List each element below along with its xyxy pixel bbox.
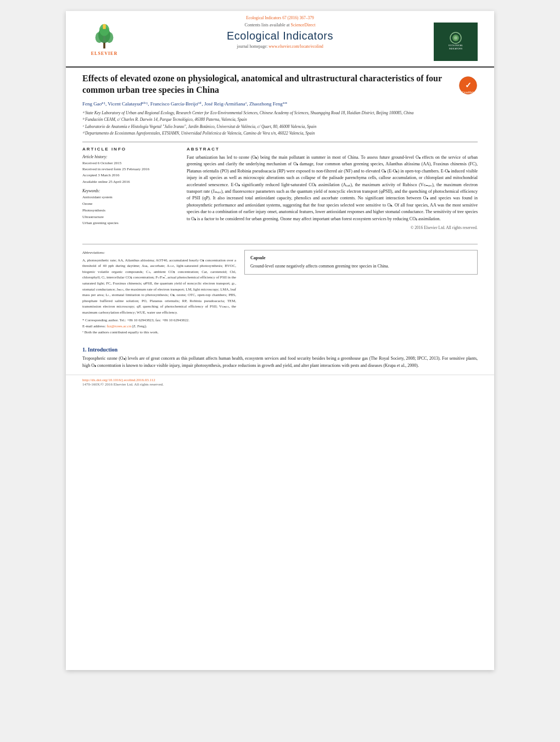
accepted-date: Accepted 3 March 2016 [82, 172, 176, 178]
affiliation-c: ᶜ Laboratorio de Anatomía e Histología V… [82, 124, 478, 130]
svg-text:CrossMark: CrossMark [462, 91, 475, 94]
journal-header: Ecological Indicators 67 (2016) 367–379 … [66, 11, 494, 68]
paper-title-section: Effects of elevated ozone on physiologic… [82, 73, 478, 96]
article-history: Article history: Received 6 October 2015… [82, 154, 176, 185]
introduction-section: 1. Introduction Tropospheric ozone (O₃) … [66, 336, 494, 370]
abstract-col: ABSTRACT Fast urbanization has led to oz… [187, 147, 478, 230]
received-revised-date: Received in revised form 25 February 201… [82, 166, 176, 172]
sciencedirect-link[interactable]: ScienceDirect [291, 23, 316, 27]
corresponding-author: * Corresponding author. Tel.: +86 10 629… [82, 317, 236, 336]
affiliation-a: ᵃ State Key Laboratory of Urban and Regi… [82, 110, 478, 116]
journal-homepage: journal homepage: www.elsevier.com/locat… [137, 44, 423, 49]
keywords-section: Keywords: Antioxidant system Ozone Photo… [82, 188, 176, 227]
page-footer: http://dx.doi.org/10.1016/j.ecolind.2016… [66, 375, 494, 389]
doi-line: Ecological Indicators 67 (2016) 367–379 [82, 15, 478, 20]
abstract-text: Fast urbanization has led to ozone (O₃) … [187, 154, 478, 222]
journal-title: Ecological Indicators [137, 30, 423, 42]
svg-text:INDICATORS: INDICATORS [449, 47, 463, 50]
svg-rect-0 [103, 42, 105, 48]
abstract-label: ABSTRACT [187, 147, 478, 152]
svg-text:✓: ✓ [465, 81, 472, 90]
crossmark-logo: ✓ CrossMark [458, 76, 478, 95]
contents-available: Contents lists available at ScienceDirec… [137, 23, 423, 27]
section-divider [82, 244, 478, 244]
received-date: Received 6 October 2015 [82, 160, 176, 166]
email-line: E-mail address: fzz@rcees.ac.cn (Z. Feng… [82, 323, 236, 330]
capsule-title: Capsule [250, 255, 472, 261]
svg-text:ECOLOGICAL: ECOLOGICAL [449, 44, 463, 47]
doi-link[interactable]: http://dx.doi.org/10.1016/j.ecolind.2016… [82, 378, 155, 382]
issn-line: 1470-160X/© 2016 Elsevier Ltd. All right… [82, 382, 478, 387]
email-link[interactable]: fzz@rcees.ac.cn [107, 324, 131, 328]
capsule-box: Capsule Ground-level ozone negatively af… [244, 250, 478, 275]
elsevier-tree-icon [88, 23, 121, 50]
copyright-line: © 2016 Elsevier Ltd. All rights reserved… [187, 225, 478, 230]
homepage-link[interactable]: www.elsevier.com/locate/ecolind [268, 44, 323, 49]
article-info-label: ARTICLE INFO [82, 147, 176, 152]
page: Ecological Indicators 67 (2016) 367–379 … [66, 11, 494, 670]
history-label: Article history: [82, 154, 176, 159]
affiliation-b: ᵇ Fundación CEAM, c/ Charles R. Darwin 1… [82, 116, 478, 122]
intro-number: 1. [82, 347, 87, 353]
footnotes-col: Abbreviations: A, photosynthetic rate; A… [82, 250, 236, 336]
keyword-4: Ultrastructure [82, 214, 176, 221]
affiliations: ᵃ State Key Laboratory of Urban and Regi… [82, 110, 478, 136]
keyword-5: Urban greening species [82, 220, 176, 227]
elsevier-logo: ELSEVIER [82, 23, 126, 56]
ecological-indicators-logo: ECOLOGICAL INDICATORS [442, 30, 469, 54]
svg-point-6 [103, 24, 105, 26]
keyword-2: Ozone [82, 201, 176, 208]
equal-contribution-line: ¹ Both the authors contributed equally t… [82, 330, 236, 336]
keyword-1: Antioxidant system [82, 194, 176, 201]
journal-center: Contents lists available at ScienceDirec… [126, 23, 434, 49]
svg-rect-7 [442, 30, 469, 54]
abbreviations-title: Abbreviations: [82, 250, 236, 256]
elsevier-text: ELSEVIER [91, 51, 117, 56]
available-online-date: Available online 25 April 2016 [82, 179, 176, 185]
main-content: Effects of elevated ozone on physiologic… [66, 68, 494, 238]
bottom-area: Abbreviations: A, photosynthetic rate; A… [66, 250, 494, 336]
capsule-col: Capsule Ground-level ozone negatively af… [244, 250, 478, 336]
corresponding-author-line: * Corresponding author. Tel.: +86 10 629… [82, 317, 236, 323]
intro-text: Tropospheric ozone (O₃) levels are of gr… [82, 355, 478, 370]
paper-title: Effects of elevated ozone on physiologic… [82, 73, 458, 96]
keywords-label: Keywords: [82, 188, 176, 193]
authors: Feng Gaoᵃ¹, Vicent Calatayudᵃᵇ¹, Francis… [82, 101, 478, 108]
keyword-3: Photosynthesis [82, 208, 176, 214]
intro-heading: Introduction [88, 347, 117, 353]
svg-point-10 [454, 36, 457, 40]
article-info-col: ARTICLE INFO Article history: Received 6… [82, 147, 176, 230]
affiliation-d: ᵈ Departamento de Ecosistemas Agroforest… [82, 130, 478, 136]
abbreviations-text: A, photosynthetic rate; AA, Ailanthus al… [82, 258, 236, 315]
capsule-text: Ground-level ozone negatively affects co… [250, 263, 472, 270]
journal-logo-box: ECOLOGICAL INDICATORS [434, 23, 478, 61]
article-info-abstract: ARTICLE INFO Article history: Received 6… [82, 142, 478, 230]
